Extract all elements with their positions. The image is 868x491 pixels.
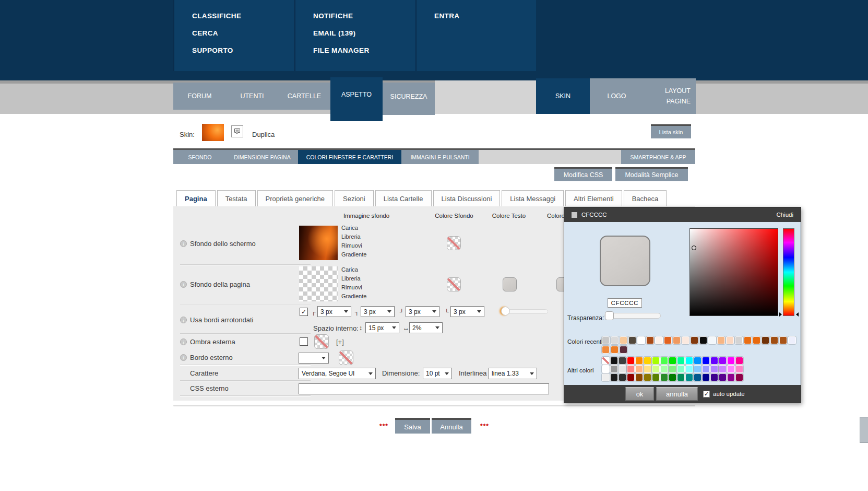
info-icon[interactable]: i (180, 338, 187, 345)
palette-color-swatch[interactable] (637, 336, 645, 344)
shadow-color-swatch[interactable] (314, 334, 329, 349)
palette-color-swatch[interactable] (627, 365, 635, 373)
palette-color-swatch[interactable] (610, 357, 618, 365)
info-icon[interactable]: i (180, 240, 187, 247)
palette-color-swatch[interactable] (652, 373, 660, 381)
palette-color-swatch[interactable] (669, 373, 676, 381)
nav-tab-logo[interactable]: LOGO (590, 78, 644, 114)
palette-color-swatch[interactable] (602, 357, 610, 365)
palette-color-swatch[interactable] (719, 365, 727, 373)
palette-color-swatch[interactable] (619, 357, 626, 365)
page-text-color-swatch[interactable] (503, 277, 517, 291)
palette-color-swatch[interactable] (694, 373, 701, 381)
palette-color-swatch[interactable] (694, 365, 701, 373)
palette-color-swatch[interactable] (611, 336, 619, 344)
palette-color-swatch[interactable] (719, 357, 727, 365)
hue-marker-right[interactable] (796, 312, 799, 317)
palette-color-swatch[interactable] (644, 373, 651, 381)
palette-color-swatch[interactable] (702, 373, 710, 381)
palette-color-swatch[interactable] (691, 336, 698, 344)
radius-bottom-right-select[interactable]: 3 px (406, 306, 439, 317)
subtab-lista-discussioni[interactable]: Lista Discussioni (433, 190, 501, 207)
screen-background-image[interactable] (299, 226, 338, 260)
link-rimuovi[interactable]: Rimuovi (341, 283, 366, 292)
link-libreria[interactable]: Libreria (341, 274, 366, 283)
palette-color-swatch[interactable] (744, 336, 752, 344)
info-icon[interactable]: i (180, 317, 187, 323)
palette-color-swatch[interactable] (620, 346, 627, 354)
font-size-select[interactable]: 10 pt (423, 368, 452, 379)
palette-color-swatch[interactable] (655, 336, 663, 344)
subtab-sezioni[interactable]: Sezioni (335, 190, 374, 207)
palette-color-swatch[interactable] (627, 357, 635, 365)
spacing-vertical-select[interactable]: 15 px (365, 322, 399, 333)
close-button[interactable]: Chiudi (776, 212, 793, 218)
section-tab-dimensione-pagina[interactable]: DIMENSIONE PAGINA (227, 148, 298, 164)
color-preview-swatch[interactable] (600, 236, 650, 286)
nav-tab-layout-pagine[interactable]: LAYOUT PAGINE (644, 78, 696, 114)
palette-color-swatch[interactable] (602, 365, 610, 373)
nav-tab-utenti[interactable]: UTENTI (226, 83, 278, 110)
palette-color-swatch[interactable] (644, 357, 651, 365)
nav-tab-sicurezza[interactable]: SICUREZZA (383, 83, 435, 115)
preview-tooltip-icon[interactable] (231, 125, 243, 137)
subtab-proprieta-generiche[interactable]: Proprietà generiche (257, 190, 333, 207)
palette-color-swatch[interactable] (660, 373, 668, 381)
palette-color-swatch[interactable] (727, 373, 735, 381)
hue-bar[interactable] (783, 228, 794, 316)
transparency-slider-handle[interactable] (605, 311, 614, 320)
modalita-semplice-button[interactable]: Modalità Semplice (615, 167, 688, 181)
radius-bottom-left-select[interactable]: 3 px (450, 306, 484, 317)
subtab-lista-cartelle[interactable]: Lista Cartelle (375, 190, 432, 207)
link-gradiente[interactable]: Gradiente (341, 250, 366, 259)
section-tab-smartphone-app[interactable]: SMARTPHONE & APP (621, 148, 695, 164)
nav-tab-forum[interactable]: FORUM (173, 83, 226, 110)
font-family-select[interactable]: Verdana, Segoe UI (299, 368, 376, 379)
palette-color-swatch[interactable] (685, 365, 693, 373)
menu-item-classifiche[interactable]: CLASSIFICHE (192, 7, 294, 25)
palette-color-swatch[interactable] (710, 357, 718, 365)
info-icon[interactable]: i (180, 281, 187, 288)
palette-color-swatch[interactable] (699, 336, 707, 344)
palette-color-swatch[interactable] (779, 336, 787, 344)
palette-color-swatch[interactable] (635, 365, 643, 373)
palette-color-swatch[interactable] (694, 357, 701, 365)
palette-color-swatch[interactable] (727, 357, 735, 365)
skin-thumbnail[interactable] (202, 124, 224, 141)
palette-color-swatch[interactable] (611, 346, 619, 354)
section-tab-immagini-pulsanti[interactable]: IMMAGINI E PULSANTI (401, 148, 479, 164)
modifica-css-button[interactable]: Modifica CSS (554, 167, 612, 181)
lista-skin-button[interactable]: Lista skin (651, 124, 691, 138)
palette-color-swatch[interactable] (762, 336, 769, 344)
palette-color-swatch[interactable] (735, 336, 743, 344)
line-height-select[interactable]: linea 1.33 (489, 368, 537, 379)
palette-color-swatch[interactable] (635, 357, 643, 365)
palette-color-swatch[interactable] (620, 336, 627, 344)
palette-color-swatch[interactable] (646, 336, 654, 344)
palette-color-swatch[interactable] (682, 336, 689, 344)
spacing-horizontal-select[interactable]: 2% (409, 322, 443, 333)
link-libreria[interactable]: Libreria (341, 232, 366, 241)
shadow-plus-button[interactable]: [+] (336, 338, 344, 346)
hue-marker-left[interactable] (779, 312, 782, 317)
link-gradiente[interactable]: Gradiente (341, 292, 366, 301)
link-carica[interactable]: Carica (341, 265, 366, 274)
menu-item-notifiche[interactable]: NOTIFICHE (313, 7, 415, 25)
hex-color-input[interactable] (608, 298, 642, 308)
palette-color-swatch[interactable] (685, 373, 693, 381)
section-tab-colori-finestre[interactable]: COLORI FINESTRE E CARATTERI (298, 148, 401, 164)
palette-color-swatch[interactable] (726, 336, 734, 344)
section-tab-sfondo[interactable]: SFONDO (173, 148, 227, 164)
palette-color-swatch[interactable] (710, 365, 718, 373)
menu-item-email[interactable]: EMAIL (139) (313, 25, 415, 42)
palette-color-swatch[interactable] (753, 336, 760, 344)
palette-color-swatch[interactable] (635, 373, 643, 381)
shadow-checkbox[interactable] (300, 337, 308, 346)
rounded-borders-checkbox[interactable]: ✓ (300, 308, 308, 316)
palette-color-swatch[interactable] (602, 336, 610, 344)
subtab-altri-elementi[interactable]: Altri Elementi (565, 190, 622, 207)
palette-color-swatch[interactable] (610, 365, 618, 373)
radius-top-right-select[interactable]: 3 px (361, 306, 395, 317)
duplica-link[interactable]: Duplica (252, 131, 275, 138)
palette-color-swatch[interactable] (652, 357, 660, 365)
